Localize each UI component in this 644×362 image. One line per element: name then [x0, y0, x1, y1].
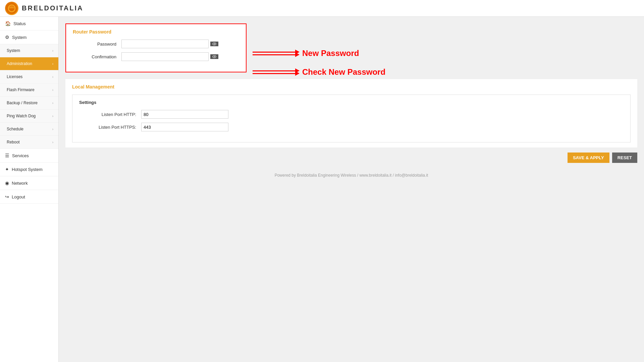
chevron-right-icon-br: › — [52, 101, 53, 105]
password-row: Password — [73, 40, 239, 48]
sidebar-item-system-sub[interactable]: System › — [0, 44, 58, 57]
chevron-right-icon-ff: › — [52, 88, 53, 92]
arrow-line-bottom — [253, 54, 296, 55]
sidebar-item-ping-watch-dog[interactable]: Ping Watch Dog › — [0, 110, 58, 123]
arrow-line-top-2 — [253, 70, 296, 71]
confirmation-eye-button[interactable] — [210, 54, 218, 59]
http-port-label: Listen Port HTTP: — [79, 112, 136, 117]
new-password-text: New Password — [302, 49, 359, 58]
chevron-right-icon-sch: › — [52, 127, 53, 131]
chevron-right-icon-lic: › — [52, 75, 53, 79]
sidebar-item-logout[interactable]: ↪ Logout — [0, 190, 58, 204]
logo-text: BRELDOITALIA — [22, 4, 83, 12]
sidebar-label-schedule: Schedule — [7, 127, 23, 131]
list-icon: ☰ — [5, 153, 9, 158]
header: BRELDOITALIA — [0, 0, 644, 17]
settings-title: Settings — [79, 100, 624, 105]
sidebar-item-network[interactable]: ◉ Network — [0, 176, 58, 190]
sidebar-label-system-sub: System — [7, 48, 20, 53]
chevron-right-icon: › — [52, 49, 53, 53]
sidebar-label-ping-watch-dog: Ping Watch Dog — [7, 114, 36, 118]
chevron-right-icon-admin: › — [52, 62, 53, 66]
sidebar-sub-system: System › Administration › Licenses › Fla… — [0, 44, 58, 149]
https-port-row: Listen Port HTTPS: — [79, 123, 624, 131]
svg-point-3 — [214, 44, 215, 45]
sidebar-item-reboot[interactable]: Reboot › — [0, 136, 58, 149]
sidebar-label-backup-restore: Backup / Restore — [7, 101, 38, 105]
sidebar-item-administration[interactable]: Administration › — [0, 57, 58, 70]
http-port-row: Listen Port HTTP: — [79, 110, 624, 119]
password-label: Password — [73, 42, 116, 47]
sidebar-label-hotspot: Hotspot System — [12, 167, 43, 172]
hotspot-icon: ✦ — [5, 167, 9, 172]
network-icon: ◉ — [5, 180, 9, 186]
router-password-title: Router Password — [73, 29, 239, 35]
new-password-annotation: New Password — [253, 49, 385, 58]
sidebar: 🏠 Status ⚙ System System › Administratio… — [0, 17, 59, 362]
arrow-line-top — [253, 52, 296, 53]
sidebar-item-schedule[interactable]: Schedule › — [0, 123, 58, 136]
main-content: Router Password Password Confirmation — [59, 17, 644, 362]
save-apply-button[interactable]: SAVE & APPLY — [568, 153, 609, 163]
double-arrow-check — [253, 70, 296, 74]
logout-icon: ↪ — [5, 194, 9, 199]
svg-point-5 — [214, 56, 215, 57]
settings-box: Settings Listen Port HTTP: Listen Port H… — [72, 95, 631, 142]
sidebar-label-licenses: Licenses — [7, 74, 22, 79]
chevron-right-icon-pwd: › — [52, 114, 53, 118]
http-port-input[interactable] — [141, 110, 228, 119]
local-management-title: Local Management — [72, 84, 631, 89]
https-port-label: Listen Port HTTPS: — [79, 125, 136, 130]
reset-button[interactable]: RESET — [612, 153, 637, 163]
sidebar-label-reboot: Reboot — [7, 140, 20, 144]
sidebar-label-logout: Logout — [12, 194, 25, 199]
action-buttons: SAVE & APPLY RESET — [65, 153, 637, 163]
sidebar-item-system[interactable]: ⚙ System — [0, 31, 58, 44]
confirmation-input[interactable] — [121, 52, 209, 61]
confirmation-row: Confirmation — [73, 52, 239, 61]
local-management-section: Local Management Settings Listen Port HT… — [65, 79, 637, 147]
sidebar-item-backup-restore[interactable]: Backup / Restore › — [0, 97, 58, 110]
sidebar-label-services: Services — [12, 153, 29, 158]
logo-icon — [5, 2, 18, 15]
chevron-right-icon-reb: › — [52, 140, 53, 144]
https-port-input[interactable] — [141, 123, 228, 131]
sidebar-label-administration: Administration — [7, 61, 32, 66]
sidebar-label-system: System — [12, 35, 26, 40]
sidebar-label-status: Status — [13, 21, 26, 26]
check-new-password-text: Check New Password — [302, 67, 385, 77]
sidebar-item-licenses[interactable]: Licenses › — [0, 70, 58, 83]
password-input[interactable] — [121, 40, 209, 48]
gear-icon: ⚙ — [5, 35, 9, 40]
sidebar-item-status[interactable]: 🏠 Status — [0, 17, 58, 31]
footer: Powered by Breldoitalia Engineering Wire… — [65, 170, 637, 181]
annotations-overlay: New Password Check New Password — [253, 49, 385, 77]
sidebar-item-flash-firmware[interactable]: Flash Firmware › — [0, 83, 58, 97]
arrow-line-bottom-2 — [253, 73, 296, 74]
sidebar-label-flash-firmware: Flash Firmware — [7, 87, 35, 92]
password-eye-button[interactable] — [210, 42, 218, 46]
check-new-password-annotation: Check New Password — [253, 67, 385, 77]
confirmation-label: Confirmation — [73, 54, 116, 59]
sidebar-item-hotspot[interactable]: ✦ Hotspot System — [0, 163, 58, 176]
router-password-section: Router Password Password Confirmation — [65, 23, 247, 72]
double-arrow-new — [253, 52, 296, 55]
logo: BRELDOITALIA — [5, 2, 83, 15]
sidebar-label-network: Network — [12, 181, 28, 186]
home-icon: 🏠 — [5, 21, 11, 26]
sidebar-item-services[interactable]: ☰ Services — [0, 149, 58, 163]
